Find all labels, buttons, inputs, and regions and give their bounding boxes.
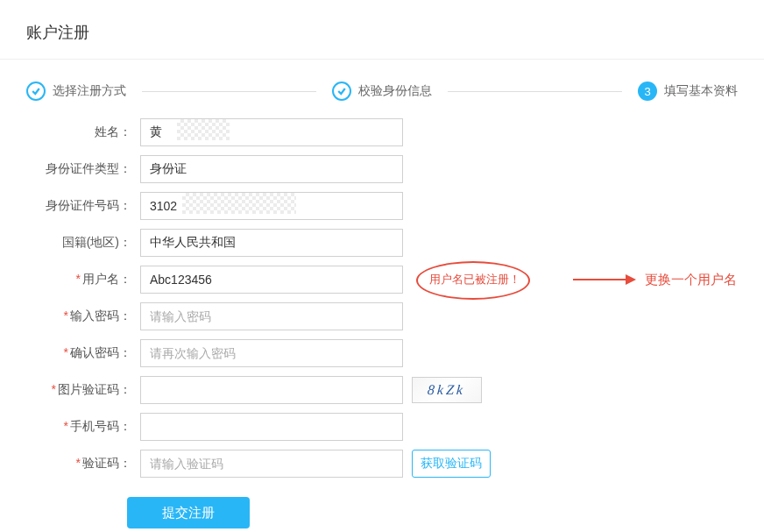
step-divider xyxy=(448,91,622,92)
label-password: *输入密码： xyxy=(26,309,140,324)
phone-field[interactable] xyxy=(140,413,403,441)
label-id-no: 身份证件号码： xyxy=(26,198,140,214)
label-id-type: 身份证件类型： xyxy=(26,161,140,177)
step-1-label: 选择注册方式 xyxy=(53,83,126,99)
step-2: 校验身份信息 xyxy=(332,82,432,101)
label-confirm: *确认密码： xyxy=(26,345,140,361)
label-sms-code: *验证码： xyxy=(26,456,140,472)
label-username: *用户名： xyxy=(26,272,140,287)
row-username: *用户名： 用户名已被注册！ 更换一个用户名 xyxy=(26,266,738,294)
label-nationality: 国籍(地区)： xyxy=(26,235,140,251)
page-title: 账户注册 xyxy=(0,0,764,60)
row-id-type: 身份证件类型： xyxy=(26,155,738,183)
error-message: 用户名已被注册！ xyxy=(429,272,520,287)
img-captcha-field[interactable] xyxy=(140,376,403,404)
label-img-captcha: *图片验证码： xyxy=(26,382,140,398)
step-divider xyxy=(142,91,316,92)
id-type-field[interactable] xyxy=(140,155,403,183)
row-img-captcha: *图片验证码： 8kZk xyxy=(26,376,738,404)
step-3: 3 填写基本资料 xyxy=(638,82,738,101)
captcha-text: 8kZk xyxy=(428,382,467,398)
step-number-icon: 3 xyxy=(638,82,657,101)
name-field[interactable] xyxy=(140,118,403,146)
label-name: 姓名： xyxy=(26,124,140,140)
captcha-image[interactable]: 8kZk xyxy=(412,377,482,403)
password-field[interactable] xyxy=(140,302,403,330)
get-code-button[interactable]: 获取验证码 xyxy=(412,450,491,478)
row-confirm: *确认密码： xyxy=(26,339,738,367)
id-no-field[interactable] xyxy=(140,192,403,220)
row-id-no: 身份证件号码： xyxy=(26,192,738,220)
confirm-password-field[interactable] xyxy=(140,339,403,367)
nationality-field[interactable] xyxy=(140,229,403,257)
sms-code-field[interactable] xyxy=(140,450,403,478)
row-nationality: 国籍(地区)： xyxy=(26,229,738,257)
arrow-icon xyxy=(573,274,636,285)
step-3-label: 填写基本资料 xyxy=(664,83,738,99)
check-icon xyxy=(26,82,46,101)
register-form: 姓名： 身份证件类型： 身份证件号码： 国籍(地区)： *用户名： 用户名已被注… xyxy=(0,118,764,532)
error-callout: 用户名已被注册！ xyxy=(429,272,520,287)
step-1: 选择注册方式 xyxy=(26,82,126,101)
row-phone: *手机号码： xyxy=(26,413,738,441)
step-bar: 选择注册方式 校验身份信息 3 填写基本资料 xyxy=(0,60,764,118)
username-field[interactable] xyxy=(140,266,403,294)
row-sms-code: *验证码： 获取验证码 xyxy=(26,450,738,478)
submit-button[interactable]: 提交注册 xyxy=(127,497,250,528)
label-phone: *手机号码： xyxy=(26,419,140,435)
step-2-label: 校验身份信息 xyxy=(358,83,432,99)
annotation-text: 更换一个用户名 xyxy=(645,272,737,288)
row-password: *输入密码： xyxy=(26,302,738,330)
check-icon xyxy=(332,82,351,101)
row-name: 姓名： xyxy=(26,118,738,146)
